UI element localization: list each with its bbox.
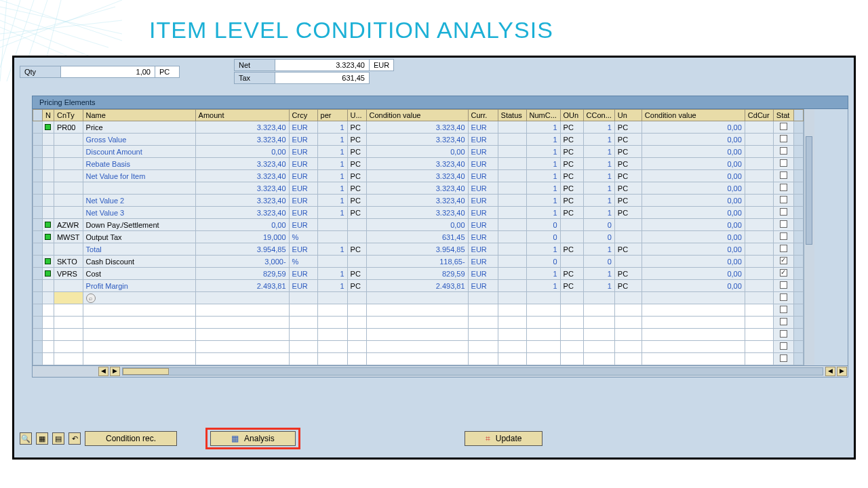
table-row[interactable]: Net Value 33.323,40EUR1PC3.323,40EUR1PC1… bbox=[33, 207, 804, 219]
col-ccon[interactable]: CCon... bbox=[583, 110, 614, 121]
table-row[interactable]: Net Value 23.323,40EUR1PC3.323,40EUR1PC1… bbox=[33, 195, 804, 207]
stat-checkbox[interactable] bbox=[780, 293, 787, 301]
tax-value: 631,45 bbox=[275, 72, 370, 84]
table-row-active[interactable]: ⌕ bbox=[33, 292, 804, 304]
stat-checkbox[interactable] bbox=[780, 123, 787, 130]
calc-icon: ⌗ bbox=[486, 434, 490, 443]
col-un[interactable]: Un bbox=[614, 110, 642, 121]
stat-checkbox[interactable] bbox=[780, 318, 787, 325]
stat-checkbox[interactable] bbox=[780, 208, 787, 216]
table-row[interactable]: MWSTOutput Tax19,000%631,45EUR000,00 bbox=[33, 231, 804, 243]
col-oun[interactable]: OUn bbox=[560, 110, 583, 121]
vertical-scrollbar[interactable] bbox=[804, 109, 814, 365]
col-u[interactable]: U... bbox=[347, 110, 366, 121]
col-amount[interactable]: Amount bbox=[195, 110, 289, 121]
insert-row-icon[interactable]: ▦ bbox=[36, 432, 48, 445]
table-row[interactable]: Rebate Basis3.323,40EUR1PC3.323,40EUR1PC… bbox=[33, 158, 804, 170]
table-row[interactable]: Total3.954,85EUR1PC3.954,85EUR1PC1PC0,00 bbox=[33, 243, 804, 256]
col-crcy[interactable]: Crcy bbox=[289, 110, 317, 121]
analysis-button[interactable]: ▦ Analysis bbox=[210, 431, 296, 446]
condition-rec-button[interactable]: Condition rec. bbox=[85, 431, 177, 446]
table-row[interactable]: PR00Price3.323,40EUR1PC3.323,40EUR1PC1PC… bbox=[33, 121, 804, 134]
top-field-block: Qty 1,00 PC Net 3.323,40 EUR Tax 631,45 bbox=[14, 58, 854, 89]
stat-checkbox[interactable] bbox=[780, 245, 787, 252]
col-condval[interactable]: Condition value bbox=[366, 110, 468, 121]
col-name[interactable]: Name bbox=[83, 110, 195, 121]
status-indicator-icon bbox=[45, 124, 51, 130]
table-row[interactable]: Discount Amount0,00EUR1PC0,00EUR1PC1PC0,… bbox=[33, 146, 804, 158]
matchhelp-icon[interactable]: ⌕ bbox=[86, 293, 96, 303]
net-value: 3.323,40 bbox=[275, 59, 370, 71]
hscroll-first-icon[interactable]: ◀ bbox=[825, 367, 835, 376]
status-indicator-icon bbox=[45, 222, 51, 228]
stat-checkbox[interactable] bbox=[780, 281, 787, 289]
table-row-empty[interactable] bbox=[33, 353, 804, 365]
stat-checkbox[interactable] bbox=[780, 232, 787, 240]
col-status[interactable]: Status bbox=[498, 110, 526, 121]
hscroll-left-icon[interactable]: ◀ bbox=[98, 367, 108, 376]
stat-checkbox[interactable] bbox=[780, 196, 787, 203]
stat-checkbox[interactable] bbox=[780, 220, 787, 228]
col-cdcur[interactable]: CdCur bbox=[745, 110, 773, 121]
col-curr[interactable]: Curr. bbox=[468, 110, 498, 121]
col-numc[interactable]: NumC... bbox=[526, 110, 560, 121]
stat-checkbox[interactable] bbox=[780, 184, 787, 191]
table-row[interactable]: Gross Value3.323,40EUR1PC3.323,40EUR1PC1… bbox=[33, 134, 804, 146]
net-label: Net bbox=[234, 59, 275, 71]
toolbar: 🔍 ▦ ▤ ↶ Condition rec. ▦ Analysis ⌗ Upda… bbox=[14, 420, 854, 458]
stat-checkbox[interactable] bbox=[780, 330, 787, 338]
table-row-empty[interactable] bbox=[33, 304, 804, 317]
stat-checkbox[interactable] bbox=[780, 342, 787, 350]
stat-checkbox[interactable] bbox=[780, 135, 787, 142]
qty-unit[interactable]: PC bbox=[155, 66, 180, 78]
qty-label: Qty bbox=[20, 66, 60, 78]
qty-input[interactable]: 1,00 bbox=[60, 66, 155, 78]
hscroll-right-icon[interactable]: ▶ bbox=[110, 367, 120, 376]
col-condval2[interactable]: Condition value bbox=[642, 110, 745, 121]
table-row[interactable]: Net Value for Item3.323,40EUR1PC3.323,40… bbox=[33, 170, 804, 182]
pricing-grid[interactable]: N CnTy Name Amount Crcy per U... Conditi… bbox=[33, 109, 804, 365]
net-curr: EUR bbox=[370, 59, 394, 71]
table-row[interactable]: 3.323,40EUR1PC3.323,40EUR1PC1PC0,00 bbox=[33, 182, 804, 195]
sap-panel: Qty 1,00 PC Net 3.323,40 EUR Tax 631,45 … bbox=[12, 56, 856, 460]
table-row-empty[interactable] bbox=[33, 329, 804, 341]
table-row[interactable]: VPRSCost829,59EUR1PC829,59EUR1PC1PC0,00 bbox=[33, 268, 804, 280]
horizontal-scrollbar[interactable]: ◀ ▶ ◀ ▶ bbox=[32, 366, 848, 378]
update-button[interactable]: ⌗ Update bbox=[465, 431, 543, 446]
stat-checkbox[interactable] bbox=[780, 354, 787, 362]
col-cnty[interactable]: CnTy bbox=[54, 110, 83, 121]
table-row[interactable]: AZWRDown Pay./Settlement0,00EUR0,00EUR00… bbox=[33, 219, 804, 231]
find-icon[interactable]: 🔍 bbox=[20, 432, 32, 445]
hscroll-last-icon[interactable]: ▶ bbox=[837, 367, 847, 376]
stat-checkbox[interactable] bbox=[780, 269, 787, 277]
status-indicator-icon bbox=[45, 258, 51, 264]
table-row-empty[interactable] bbox=[33, 317, 804, 329]
status-indicator-icon bbox=[45, 234, 51, 240]
stat-checkbox[interactable] bbox=[780, 147, 787, 155]
page-title: ITEM LEVEL CONDITION ANALYSIS bbox=[0, 0, 868, 56]
table-icon: ▦ bbox=[231, 434, 239, 443]
grid-header: N CnTy Name Amount Crcy per U... Conditi… bbox=[33, 110, 804, 121]
stat-checkbox[interactable] bbox=[780, 306, 787, 313]
table-row[interactable]: SKTOCash Discount3,000-%118,65-EUR000,00 bbox=[33, 256, 804, 268]
section-pricing-elements: Pricing Elements bbox=[32, 96, 848, 109]
table-row[interactable]: Profit Margin2.493,81EUR1PC2.493,81EUR1P… bbox=[33, 280, 804, 292]
delete-row-icon[interactable]: ▤ bbox=[52, 432, 64, 445]
table-row-empty[interactable] bbox=[33, 341, 804, 353]
col-per[interactable]: per bbox=[317, 110, 347, 121]
col-stat[interactable]: Stat bbox=[773, 110, 793, 121]
analysis-highlight: ▦ Analysis bbox=[205, 428, 300, 449]
status-indicator-icon bbox=[45, 270, 51, 277]
undo-icon[interactable]: ↶ bbox=[68, 432, 81, 445]
stat-checkbox[interactable] bbox=[780, 159, 787, 167]
tax-label: Tax bbox=[234, 72, 275, 84]
stat-checkbox[interactable] bbox=[780, 257, 787, 264]
col-n[interactable]: N bbox=[43, 110, 54, 121]
stat-checkbox[interactable] bbox=[780, 171, 787, 179]
